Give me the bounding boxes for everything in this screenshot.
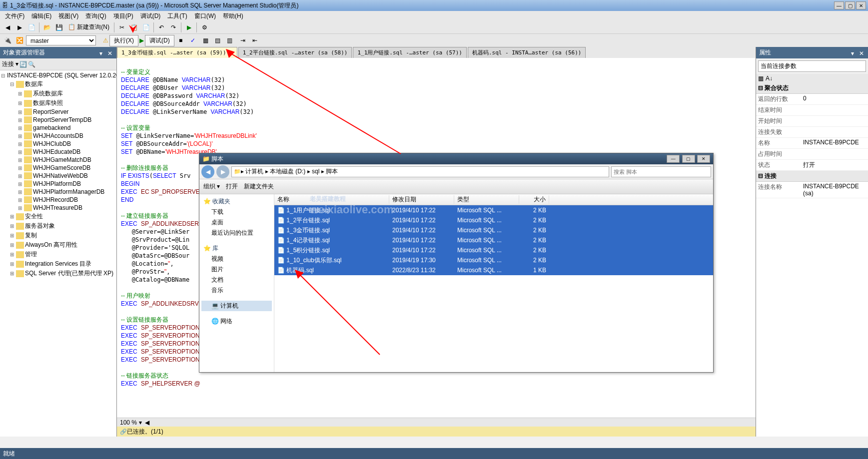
pin-icon[interactable]: ▾	[99, 50, 105, 56]
menu-item[interactable]: 调试(D)	[137, 11, 164, 21]
nav-back-button[interactable]: ◀	[201, 165, 214, 178]
forward-icon[interactable]: ▶	[14, 22, 25, 33]
col-size[interactable]: 大小	[519, 195, 549, 204]
editor-tab[interactable]: 1_3金币链接.sql -…aster (sa (59)) ×	[117, 47, 237, 58]
maximize-button[interactable]: ▢	[845, 1, 855, 9]
tree-node[interactable]: ⊞管理	[1, 250, 115, 259]
back-icon[interactable]: ◀	[2, 22, 13, 33]
tree-node[interactable]: ⊞WHJHNativeWebDB	[1, 172, 115, 180]
col-name[interactable]: 名称	[274, 195, 389, 204]
toolbar-item[interactable]: 新建文件夹	[244, 182, 274, 191]
minimize-button[interactable]: —	[834, 1, 844, 9]
categorize-icon[interactable]: ▦	[758, 75, 764, 82]
toolbar-item[interactable]: 组织 ▾	[203, 182, 220, 191]
menu-item[interactable]: 窗口(W)	[191, 11, 219, 21]
open-icon[interactable]: 📂	[41, 22, 52, 33]
zoom-value[interactable]: 100 %	[120, 419, 137, 426]
close-button[interactable]: ✕	[697, 155, 710, 163]
close-panel-icon[interactable]: ✕	[859, 50, 865, 56]
menu-item[interactable]: 查询(Q)	[82, 11, 109, 21]
object-tree[interactable]: ⊟INSTANCE-B9PCDE (SQL Server 12.0.20⊟数据库…	[0, 70, 116, 437]
tree-node[interactable]: ⊞WHJHPlatformManagerDB	[1, 188, 115, 196]
play-icon[interactable]: ▶	[139, 37, 144, 44]
menu-item[interactable]: 帮助(H)	[220, 11, 246, 21]
grid-icon[interactable]: ▦	[200, 35, 211, 46]
tree-node[interactable]: ⊞数据库快照	[1, 98, 115, 108]
menu-item[interactable]: 文件(F)	[2, 11, 27, 21]
outdent-icon[interactable]: ⇤	[249, 35, 260, 46]
file-row[interactable]: 📄 1_1用户链接.sql2019/4/10 17:22Microsoft SQ…	[274, 205, 713, 215]
indent-icon[interactable]: ⇥	[237, 35, 248, 46]
editor-tab[interactable]: 1_2平台链接.sql -…aster (sa (58))	[238, 47, 352, 58]
cut-icon[interactable]: ✂	[116, 22, 127, 33]
pin-icon[interactable]: ▾	[851, 50, 857, 56]
menu-item[interactable]: 视图(V)	[55, 11, 81, 21]
tree-node[interactable]: ⊞WHJHEducateDB	[1, 148, 115, 156]
tree-node[interactable]: ⊞WHJHGameScoreDB	[1, 164, 115, 172]
database-select[interactable]: master	[26, 35, 96, 45]
connect-icon[interactable]: 🔌	[2, 35, 13, 46]
file-row[interactable]: 📄 1_5积分链接.sql2019/4/10 17:22Microsoft SQ…	[274, 245, 713, 255]
tree-node[interactable]: ⊞WHJHClubDB	[1, 140, 115, 148]
text-icon[interactable]: ▤	[212, 35, 223, 46]
tree-node[interactable]: ⊟INSTANCE-B9PCDE (SQL Server 12.0.20	[1, 71, 115, 79]
minimize-button[interactable]: —	[667, 155, 680, 163]
execute-button[interactable]: 执行(X)	[109, 35, 138, 46]
file-list[interactable]: 名称 修改日期 类型 大小 📄 1_1用户链接.sql2019/4/10 17:…	[274, 194, 713, 372]
col-date[interactable]: 修改日期	[389, 195, 454, 204]
debug-button[interactable]: 调试(D)	[145, 35, 174, 46]
tree-node[interactable]: ⊞gamebackend	[1, 124, 115, 132]
copy-icon[interactable]: 📋	[128, 22, 139, 33]
search-input[interactable]	[611, 166, 711, 177]
tree-node[interactable]: ⊞ReportServer	[1, 108, 115, 116]
tree-node[interactable]: ⊞WHJHPlatformDB	[1, 180, 115, 188]
editor-tab[interactable]: 机器码.sql - INSTA…aster (sa (56))	[468, 47, 586, 58]
play-icon[interactable]: ▶	[183, 22, 194, 33]
explorer-sidebar[interactable]: ⭐ 收藏夹下载桌面最近访问的位置⭐ 库视频图片文档音乐💻 计算机🌐 网络	[199, 194, 274, 372]
tree-node[interactable]: ⊞WHJHTreasureDB	[1, 204, 115, 212]
address-bar[interactable]: 📁 ▸ 计算机 ▸ 本地磁盘 (D:) ▸ sql ▸ 脚本	[231, 166, 609, 177]
tree-node[interactable]: ⊞WHJHGameMatchDB	[1, 156, 115, 164]
close-button[interactable]: ✕	[856, 1, 866, 9]
maximize-button[interactable]: ▢	[682, 155, 695, 163]
tree-node[interactable]: ⊞ReportServerTempDB	[1, 116, 115, 124]
tree-node[interactable]: ⊞安全性	[1, 212, 115, 221]
close-panel-icon[interactable]: ✕	[107, 50, 113, 56]
properties-subtitle[interactable]: 当前连接参数	[758, 60, 866, 72]
check-icon[interactable]: ✓	[187, 35, 198, 46]
stop-icon[interactable]: ■	[175, 35, 186, 46]
tree-node[interactable]: ⊞Integration Services 目录	[1, 259, 115, 269]
tree-node[interactable]: ⊞SQL Server 代理(已禁用代理 XP)	[1, 269, 115, 278]
new-query-button[interactable]: 📋 新建查询(N)	[65, 22, 112, 33]
tree-node[interactable]: ⊞复制	[1, 231, 115, 240]
tool-icon[interactable]: ⚙	[199, 22, 210, 33]
undo-icon[interactable]: ↶	[156, 22, 167, 33]
file-explorer-window[interactable]: 📁 脚本 — ▢ ✕ ◀ ▶ 📁 ▸ 计算机 ▸ 本地磁盘 (D:) ▸ sql…	[199, 153, 714, 373]
menu-item[interactable]: 编辑(E)	[28, 11, 54, 21]
column-headers[interactable]: 名称 修改日期 类型 大小	[274, 194, 713, 205]
tree-node[interactable]: ⊟数据库	[1, 79, 115, 89]
file-row[interactable]: 📄 1_3金币链接.sql2019/4/10 17:22Microsoft SQ…	[274, 225, 713, 235]
tree-node[interactable]: ⊞WHJHRecordDB	[1, 196, 115, 204]
change-conn-icon[interactable]: 🔀	[14, 35, 25, 46]
file-icon[interactable]: ▥	[224, 35, 235, 46]
redo-icon[interactable]: ↷	[168, 22, 179, 33]
tree-node[interactable]: ⊞服务器对象	[1, 221, 115, 231]
tree-node[interactable]: ⊞AlwaysOn 高可用性	[1, 240, 115, 250]
paste-icon[interactable]: 📄	[140, 22, 151, 33]
save-icon[interactable]: 💾	[53, 22, 64, 33]
refresh-icon[interactable]: 🔄	[19, 61, 27, 68]
tree-node[interactable]: ⊞系统数据库	[1, 89, 115, 98]
new-query-icon[interactable]: 📄	[26, 22, 37, 33]
file-row[interactable]: 📄 1_4记录链接.sql2019/4/10 17:22Microsoft SQ…	[274, 235, 713, 245]
editor-tab[interactable]: 1_1用户链接.sql -…aster (sa (57))	[353, 47, 467, 58]
connect-dropdown[interactable]: 连接 ▾	[2, 60, 18, 68]
tree-node[interactable]: ⊞WHJHAccountsDB	[1, 132, 115, 140]
filter-icon[interactable]: 🔍	[28, 61, 35, 68]
col-type[interactable]: 类型	[454, 195, 519, 204]
nav-forward-button[interactable]: ▶	[216, 165, 229, 178]
menu-item[interactable]: 项目(P)	[110, 11, 136, 21]
alpha-icon[interactable]: A↓	[766, 75, 773, 82]
file-row[interactable]: 📄 机器码.sql2022/8/23 11:32Microsoft SQL ..…	[274, 265, 713, 275]
file-row[interactable]: 📄 1_2平台链接.sql2019/4/10 17:22Microsoft SQ…	[274, 215, 713, 225]
